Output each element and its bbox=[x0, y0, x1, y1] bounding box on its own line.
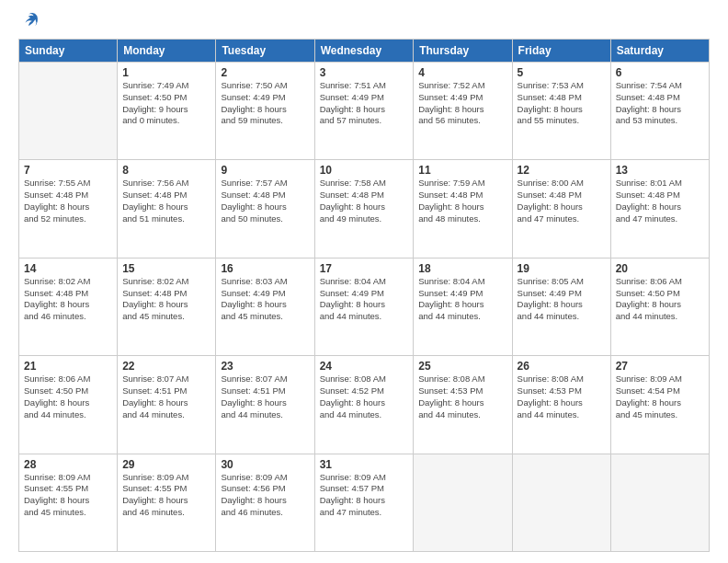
calendar-cell: 2Sunrise: 7:50 AM Sunset: 4:49 PM Daylig… bbox=[216, 63, 314, 160]
calendar-week-row: 14Sunrise: 8:02 AM Sunset: 4:48 PM Dayli… bbox=[19, 258, 710, 355]
calendar-cell: 17Sunrise: 8:04 AM Sunset: 4:49 PM Dayli… bbox=[314, 258, 414, 355]
calendar-cell: 8Sunrise: 7:56 AM Sunset: 4:48 PM Daylig… bbox=[118, 160, 216, 258]
day-of-week-header: Sunday bbox=[19, 40, 118, 63]
day-info: Sunrise: 7:57 AM Sunset: 4:48 PM Dayligh… bbox=[221, 178, 309, 224]
day-info: Sunrise: 8:01 AM Sunset: 4:48 PM Dayligh… bbox=[616, 178, 704, 224]
calendar-cell: 20Sunrise: 8:06 AM Sunset: 4:50 PM Dayli… bbox=[610, 258, 709, 355]
day-number: 29 bbox=[122, 458, 210, 471]
calendar-cell bbox=[414, 454, 512, 551]
day-of-week-header: Friday bbox=[512, 40, 610, 63]
day-number: 23 bbox=[221, 360, 309, 373]
day-info: Sunrise: 7:53 AM Sunset: 4:48 PM Dayligh… bbox=[518, 80, 606, 127]
day-number: 27 bbox=[616, 360, 704, 373]
day-number: 12 bbox=[518, 164, 606, 177]
day-info: Sunrise: 8:09 AM Sunset: 4:57 PM Dayligh… bbox=[320, 472, 409, 519]
day-info: Sunrise: 7:58 AM Sunset: 4:48 PM Dayligh… bbox=[320, 178, 409, 224]
day-number: 4 bbox=[418, 66, 506, 79]
logo-text bbox=[18, 17, 40, 29]
day-number: 7 bbox=[24, 164, 112, 177]
calendar-cell: 28Sunrise: 8:09 AM Sunset: 4:55 PM Dayli… bbox=[19, 454, 118, 551]
day-of-week-header: Thursday bbox=[414, 40, 512, 63]
day-info: Sunrise: 8:00 AM Sunset: 4:48 PM Dayligh… bbox=[518, 178, 606, 224]
calendar-cell: 6Sunrise: 7:54 AM Sunset: 4:48 PM Daylig… bbox=[610, 63, 709, 160]
calendar-cell: 26Sunrise: 8:08 AM Sunset: 4:53 PM Dayli… bbox=[512, 356, 610, 454]
calendar-cell: 15Sunrise: 8:02 AM Sunset: 4:48 PM Dayli… bbox=[118, 258, 216, 355]
calendar-cell: 24Sunrise: 8:08 AM Sunset: 4:52 PM Dayli… bbox=[314, 356, 414, 454]
day-info: Sunrise: 8:09 AM Sunset: 4:55 PM Dayligh… bbox=[122, 472, 210, 519]
day-info: Sunrise: 7:49 AM Sunset: 4:50 PM Dayligh… bbox=[122, 80, 210, 127]
calendar-header-row: SundayMondayTuesdayWednesdayThursdayFrid… bbox=[19, 40, 710, 63]
day-number: 5 bbox=[518, 66, 606, 79]
day-info: Sunrise: 8:07 AM Sunset: 4:51 PM Dayligh… bbox=[221, 373, 309, 420]
day-number: 2 bbox=[221, 66, 309, 79]
calendar-cell bbox=[512, 454, 610, 551]
day-info: Sunrise: 8:06 AM Sunset: 4:50 PM Dayligh… bbox=[616, 276, 704, 323]
header bbox=[18, 17, 710, 29]
calendar-week-row: 21Sunrise: 8:06 AM Sunset: 4:50 PM Dayli… bbox=[19, 356, 710, 454]
day-of-week-header: Saturday bbox=[610, 40, 709, 63]
day-number: 16 bbox=[221, 262, 309, 275]
calendar-cell: 30Sunrise: 8:09 AM Sunset: 4:56 PM Dayli… bbox=[216, 454, 314, 551]
calendar-week-row: 1Sunrise: 7:49 AM Sunset: 4:50 PM Daylig… bbox=[19, 63, 710, 160]
day-info: Sunrise: 8:09 AM Sunset: 4:55 PM Dayligh… bbox=[24, 472, 112, 519]
calendar-week-row: 7Sunrise: 7:55 AM Sunset: 4:48 PM Daylig… bbox=[19, 160, 710, 258]
day-info: Sunrise: 8:04 AM Sunset: 4:49 PM Dayligh… bbox=[418, 276, 506, 323]
day-info: Sunrise: 8:08 AM Sunset: 4:53 PM Dayligh… bbox=[418, 373, 506, 420]
day-number: 22 bbox=[122, 360, 210, 373]
day-info: Sunrise: 7:52 AM Sunset: 4:49 PM Dayligh… bbox=[418, 80, 506, 127]
day-number: 25 bbox=[418, 360, 506, 373]
day-info: Sunrise: 8:08 AM Sunset: 4:53 PM Dayligh… bbox=[518, 373, 606, 420]
calendar-cell: 27Sunrise: 8:09 AM Sunset: 4:54 PM Dayli… bbox=[610, 356, 709, 454]
day-info: Sunrise: 8:07 AM Sunset: 4:51 PM Dayligh… bbox=[122, 373, 210, 420]
day-info: Sunrise: 8:09 AM Sunset: 4:54 PM Dayligh… bbox=[616, 373, 704, 420]
calendar-cell: 19Sunrise: 8:05 AM Sunset: 4:49 PM Dayli… bbox=[512, 258, 610, 355]
day-number: 19 bbox=[518, 262, 606, 275]
day-number: 11 bbox=[418, 164, 506, 177]
calendar-cell: 4Sunrise: 7:52 AM Sunset: 4:49 PM Daylig… bbox=[414, 63, 512, 160]
day-number: 9 bbox=[221, 164, 309, 177]
day-info: Sunrise: 7:54 AM Sunset: 4:48 PM Dayligh… bbox=[616, 80, 704, 127]
calendar-cell: 31Sunrise: 8:09 AM Sunset: 4:57 PM Dayli… bbox=[314, 454, 414, 551]
day-info: Sunrise: 8:06 AM Sunset: 4:50 PM Dayligh… bbox=[24, 373, 112, 420]
day-number: 10 bbox=[320, 164, 409, 177]
calendar-cell bbox=[19, 63, 118, 160]
day-info: Sunrise: 8:05 AM Sunset: 4:49 PM Dayligh… bbox=[518, 276, 606, 323]
calendar-cell: 11Sunrise: 7:59 AM Sunset: 4:48 PM Dayli… bbox=[414, 160, 512, 258]
day-number: 26 bbox=[518, 360, 606, 373]
day-info: Sunrise: 8:02 AM Sunset: 4:48 PM Dayligh… bbox=[24, 276, 112, 323]
day-info: Sunrise: 8:09 AM Sunset: 4:56 PM Dayligh… bbox=[221, 472, 309, 519]
day-number: 30 bbox=[221, 458, 309, 471]
day-info: Sunrise: 7:55 AM Sunset: 4:48 PM Dayligh… bbox=[24, 178, 112, 224]
day-of-week-header: Wednesday bbox=[314, 40, 414, 63]
day-number: 1 bbox=[122, 66, 210, 79]
calendar-cell: 3Sunrise: 7:51 AM Sunset: 4:49 PM Daylig… bbox=[314, 63, 414, 160]
day-info: Sunrise: 7:50 AM Sunset: 4:49 PM Dayligh… bbox=[221, 80, 309, 127]
day-number: 15 bbox=[122, 262, 210, 275]
day-number: 21 bbox=[24, 360, 112, 373]
calendar-cell: 22Sunrise: 8:07 AM Sunset: 4:51 PM Dayli… bbox=[118, 356, 216, 454]
calendar-cell: 16Sunrise: 8:03 AM Sunset: 4:49 PM Dayli… bbox=[216, 258, 314, 355]
day-info: Sunrise: 7:51 AM Sunset: 4:49 PM Dayligh… bbox=[320, 80, 409, 127]
day-of-week-header: Tuesday bbox=[216, 40, 314, 63]
calendar-cell: 7Sunrise: 7:55 AM Sunset: 4:48 PM Daylig… bbox=[19, 160, 118, 258]
day-info: Sunrise: 8:03 AM Sunset: 4:49 PM Dayligh… bbox=[221, 276, 309, 323]
day-number: 3 bbox=[320, 66, 409, 79]
calendar-cell: 21Sunrise: 8:06 AM Sunset: 4:50 PM Dayli… bbox=[19, 356, 118, 454]
day-info: Sunrise: 8:04 AM Sunset: 4:49 PM Dayligh… bbox=[320, 276, 409, 323]
day-number: 13 bbox=[616, 164, 704, 177]
calendar-cell: 1Sunrise: 7:49 AM Sunset: 4:50 PM Daylig… bbox=[118, 63, 216, 160]
day-number: 8 bbox=[122, 164, 210, 177]
day-info: Sunrise: 8:08 AM Sunset: 4:52 PM Dayligh… bbox=[320, 373, 409, 420]
calendar-cell: 10Sunrise: 7:58 AM Sunset: 4:48 PM Dayli… bbox=[314, 160, 414, 258]
logo-bird-icon bbox=[20, 9, 40, 29]
calendar-cell bbox=[610, 454, 709, 551]
day-number: 28 bbox=[24, 458, 112, 471]
calendar-table: SundayMondayTuesdayWednesdayThursdayFrid… bbox=[18, 39, 710, 552]
calendar-cell: 5Sunrise: 7:53 AM Sunset: 4:48 PM Daylig… bbox=[512, 63, 610, 160]
day-info: Sunrise: 7:56 AM Sunset: 4:48 PM Dayligh… bbox=[122, 178, 210, 224]
calendar-cell: 12Sunrise: 8:00 AM Sunset: 4:48 PM Dayli… bbox=[512, 160, 610, 258]
logo bbox=[18, 17, 40, 29]
calendar-week-row: 28Sunrise: 8:09 AM Sunset: 4:55 PM Dayli… bbox=[19, 454, 710, 551]
page: SundayMondayTuesdayWednesdayThursdayFrid… bbox=[0, 0, 728, 563]
day-info: Sunrise: 8:02 AM Sunset: 4:48 PM Dayligh… bbox=[122, 276, 210, 323]
